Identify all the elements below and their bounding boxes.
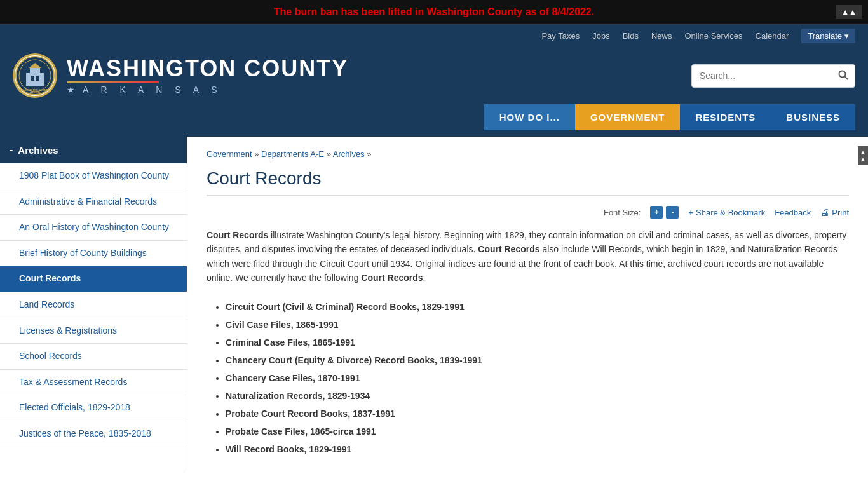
- utility-nav-calendar[interactable]: Calendar: [756, 31, 789, 41]
- svg-rect-6: [36, 76, 39, 81]
- logo-area: WASHINGTON COUNTY ARKANSAS WASHINGTON CO…: [13, 53, 348, 98]
- chevron-down-icon: ▾: [844, 31, 849, 41]
- breadcrumb-government[interactable]: Government: [207, 149, 252, 159]
- utility-nav-jobs[interactable]: Jobs: [592, 31, 609, 41]
- alert-bar: The burn ban has been lifted in Washingt…: [0, 0, 868, 24]
- breadcrumb-archives[interactable]: Archives: [333, 149, 365, 159]
- list-item: Circuit Court (Civil & Criminal) Record …: [226, 298, 849, 316]
- content-wrapper: - Archives 1908 Plat Book of Washington …: [0, 137, 868, 471]
- sidebar-link-justices[interactable]: Justices of the Peace, 1835-2018: [0, 421, 187, 447]
- utility-nav-online-services[interactable]: Online Services: [684, 31, 742, 41]
- breadcrumb-departments[interactable]: Departments A-E: [261, 149, 324, 159]
- search-box: [691, 64, 855, 88]
- breadcrumb: Government » Departments A-E » Archives …: [207, 149, 849, 159]
- sidebar-item-plat-book[interactable]: 1908 Plat Book of Washington County: [0, 163, 187, 189]
- collapse-icon[interactable]: -: [10, 144, 13, 156]
- main-content: Government » Departments A-E » Archives …: [187, 137, 868, 471]
- page-title: Court Records: [207, 168, 849, 196]
- print-link[interactable]: Print: [820, 207, 849, 217]
- sidebar-item-elected-officials[interactable]: Elected Officials, 1829-2018: [0, 395, 187, 421]
- sidebar-item-court-records[interactable]: Court Records: [0, 266, 187, 292]
- font-decrease-button[interactable]: -: [666, 206, 679, 219]
- county-name: WASHINGTON COUNTY: [67, 57, 348, 80]
- svg-text:ARKANSAS: ARKANSAS: [29, 92, 40, 94]
- feedback-link[interactable]: Feedback: [775, 208, 811, 217]
- site-title: WASHINGTON COUNTY ★ A R K A N S A S: [67, 57, 348, 95]
- svg-line-10: [845, 76, 848, 79]
- sidebar-item-land-records[interactable]: Land Records: [0, 292, 187, 318]
- sidebar-link-court-records[interactable]: Court Records: [0, 266, 187, 292]
- sidebar-item-oral-history[interactable]: An Oral History of Washington County: [0, 215, 187, 241]
- list-item: Chancery Court (Equity & Divorce) Record…: [226, 351, 849, 369]
- sidebar-link-tax-records[interactable]: Tax & Assessment Records: [0, 370, 187, 395]
- scroll-up-icon[interactable]: ▲: [860, 149, 866, 156]
- title-underline: [67, 81, 251, 83]
- nav-residents[interactable]: RESIDENTS: [680, 104, 771, 130]
- records-list: Circuit Court (Civil & Criminal) Record …: [207, 298, 849, 458]
- sidebar: - Archives 1908 Plat Book of Washington …: [0, 137, 187, 471]
- svg-rect-5: [31, 76, 34, 81]
- sidebar-link-land-records[interactable]: Land Records: [0, 292, 187, 318]
- sidebar-link-licenses[interactable]: Licenses & Registrations: [0, 318, 187, 344]
- sidebar-item-justices[interactable]: Justices of the Peace, 1835-2018: [0, 421, 187, 447]
- list-item: Chancery Case Files, 1870-1991: [226, 369, 849, 387]
- sidebar-link-plat-book[interactable]: 1908 Plat Book of Washington County: [0, 163, 187, 189]
- search-area: [691, 64, 855, 88]
- sidebar-item-school-records[interactable]: School Records: [0, 344, 187, 370]
- list-item: Criminal Case Files, 1865-1991: [226, 334, 849, 351]
- scroll-up-icon-2[interactable]: ▲: [860, 156, 866, 163]
- utility-nav-bids[interactable]: Bids: [623, 31, 639, 41]
- list-item: Will Record Books, 1829-1991: [226, 440, 849, 458]
- utility-nav: Pay Taxes Jobs Bids News Online Services…: [0, 24, 868, 47]
- state-name: ★ A R K A N S A S: [67, 85, 348, 95]
- utility-nav-pay-taxes[interactable]: Pay Taxes: [541, 31, 580, 41]
- nav-business[interactable]: BUSINESS: [771, 104, 855, 130]
- font-size-controls: + -: [650, 206, 679, 219]
- county-seal: WASHINGTON COUNTY ARKANSAS: [13, 53, 57, 98]
- sidebar-heading: - Archives: [0, 137, 187, 163]
- sidebar-link-elected-officials[interactable]: Elected Officials, 1829-2018: [0, 395, 187, 421]
- site-header: WASHINGTON COUNTY ARKANSAS WASHINGTON CO…: [0, 47, 868, 104]
- search-icon: [838, 70, 848, 80]
- utility-nav-translate[interactable]: Translate ▾: [801, 29, 855, 43]
- alert-text: The burn ban has been lifted in Washingt…: [274, 6, 594, 17]
- sidebar-link-school-records[interactable]: School Records: [0, 344, 187, 369]
- font-size-label: Font Size:: [604, 208, 641, 217]
- sidebar-item-admin-financial[interactable]: Administrative & Financial Records: [0, 189, 187, 215]
- intro-paragraph: Court Records illustrate Washington Coun…: [207, 228, 849, 285]
- sidebar-heading-label: Archives: [18, 145, 58, 156]
- sidebar-link-admin-financial[interactable]: Administrative & Financial Records: [0, 189, 187, 215]
- sidebar-item-tax-records[interactable]: Tax & Assessment Records: [0, 370, 187, 396]
- content-toolbar: Font Size: + - Share & Bookmark Feedback…: [207, 206, 849, 219]
- share-bookmark-link[interactable]: Share & Bookmark: [688, 208, 765, 217]
- sidebar-item-brief-history[interactable]: Brief History of County Buildings: [0, 241, 187, 267]
- list-item: Naturalization Records, 1829-1934: [226, 387, 849, 405]
- alert-collapse-button[interactable]: ▲▲: [836, 5, 862, 19]
- scroll-indicator[interactable]: ▲ ▲: [858, 146, 868, 165]
- nav-how-do-i[interactable]: HOW DO I...: [484, 104, 575, 130]
- nav-government[interactable]: GOVERNMENT: [575, 104, 681, 130]
- content-body: Court Records illustrate Washington Coun…: [207, 228, 849, 285]
- sidebar-link-brief-history[interactable]: Brief History of County Buildings: [0, 241, 187, 266]
- font-increase-button[interactable]: +: [650, 206, 663, 219]
- search-button[interactable]: [832, 65, 855, 87]
- svg-rect-3: [30, 67, 40, 76]
- search-input[interactable]: [692, 65, 832, 86]
- list-item: Probate Court Record Books, 1837-1991: [226, 405, 849, 423]
- svg-point-9: [839, 71, 846, 77]
- utility-nav-news[interactable]: News: [651, 31, 672, 41]
- list-item: Probate Case Files, 1865-circa 1991: [226, 423, 849, 440]
- list-item: Civil Case Files, 1865-1991: [226, 316, 849, 334]
- sidebar-item-licenses[interactable]: Licenses & Registrations: [0, 318, 187, 344]
- main-nav: HOW DO I... GOVERNMENT RESIDENTS BUSINES…: [0, 104, 868, 137]
- sidebar-link-oral-history[interactable]: An Oral History of Washington County: [0, 215, 187, 240]
